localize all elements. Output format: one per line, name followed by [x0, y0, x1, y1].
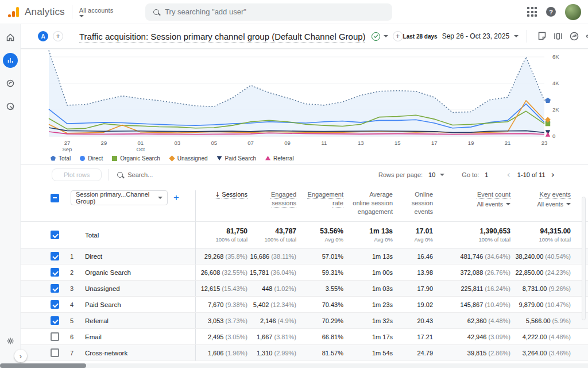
column-header-key-events[interactable]: Key eventsAll events: [516, 190, 577, 221]
channel-name: Referral: [85, 317, 195, 324]
sidebar-item-advertising[interactable]: [3, 99, 18, 114]
svg-text:05: 05: [211, 140, 217, 146]
horizontal-scrollbar-thumb[interactable]: [0, 363, 86, 368]
select-all-checkbox[interactable]: [51, 194, 59, 202]
column-header-engaged-sessions[interactable]: Engaged sessions: [253, 190, 302, 221]
svg-text:29: 29: [101, 140, 107, 146]
metric-cell: 1m 23s: [349, 301, 399, 308]
google-apps-icon[interactable]: [527, 7, 537, 17]
rows-per-page-value[interactable]: 10: [428, 171, 435, 178]
metric-cell: 26,608(32.55%): [196, 269, 253, 276]
triangle-up-marker-icon: [265, 156, 270, 161]
metric-cell: 9,879.00(10.47%): [516, 301, 577, 308]
channel-name: Email: [85, 334, 195, 340]
row-checkbox[interactable]: [51, 284, 59, 293]
report-saved-check-icon[interactable]: [372, 32, 380, 41]
total-metric-cell: 94,315.00100% of total: [516, 227, 577, 243]
account-switcher[interactable]: All accounts: [79, 7, 113, 17]
row-checkbox[interactable]: [51, 348, 59, 357]
sidebar-item-home[interactable]: [3, 30, 18, 45]
vertical-scrollbar[interactable]: [582, 197, 586, 320]
plot-rows-button[interactable]: Plot rows: [52, 168, 102, 181]
metric-cell: 3.55%: [302, 285, 349, 292]
metric-cell: 57.01%: [302, 253, 349, 260]
channel-name: Paid Search: [85, 301, 195, 308]
global-search-input[interactable]: Try searching "add user": [145, 3, 392, 21]
home-icon: [6, 33, 15, 42]
metric-filter-select[interactable]: All events: [537, 201, 571, 208]
chevron-down-icon[interactable]: [440, 174, 444, 176]
sidebar-item-explore[interactable]: [3, 76, 18, 91]
user-avatar[interactable]: [565, 4, 581, 20]
metric-cell: 8,731.00(9.26%): [516, 285, 577, 292]
row-checkbox[interactable]: [51, 332, 59, 341]
metric-cell: 1m 13s: [349, 253, 399, 260]
metric-cell: 17.90: [399, 285, 439, 292]
report-title[interactable]: Traffic acquisition: Session primary cha…: [79, 32, 366, 41]
legend-label: Direct: [88, 155, 103, 162]
table-row-direct: 1Direct29,268(35.8%)16,686(38.11%)57.01%…: [21, 248, 588, 264]
add-comparison-button[interactable]: +: [393, 31, 403, 41]
metric-cell: 38,240.00(40.54%): [516, 253, 577, 260]
metric-cell: 42,946(3.09%): [439, 334, 516, 340]
metric-cell: 13.98: [399, 269, 439, 276]
horizontal-scrollbar[interactable]: [0, 363, 588, 368]
next-page-icon[interactable]: ›: [550, 170, 556, 179]
row-checkbox[interactable]: [51, 316, 59, 325]
chevron-down-icon[interactable]: [514, 35, 519, 37]
channel-name: Unassigned: [85, 285, 195, 292]
metric-cell: 1,310(2.99%): [253, 350, 302, 356]
metric-cell: 1,606(1.96%): [196, 350, 253, 356]
total-metric-cell: 1,390,653100% of total: [439, 227, 516, 243]
channel-name: Organic Search: [85, 269, 195, 276]
metric-cell: 1m 32s: [349, 317, 399, 324]
comparison-icon[interactable]: [553, 31, 563, 41]
row-checkbox[interactable]: [51, 268, 59, 277]
report-tab-avatar[interactable]: A: [38, 31, 48, 41]
metric-cell: 16.46: [399, 253, 439, 260]
metric-cell: 62,360(4.48%): [439, 317, 516, 324]
legend-label: Total: [59, 155, 71, 162]
metric-cell: 1m 17s: [349, 334, 399, 340]
date-range-picker[interactable]: Sep 26 - Oct 23, 2025: [442, 32, 509, 40]
diamond-marker-icon: [169, 155, 175, 161]
divider: [72, 5, 72, 19]
help-icon[interactable]: ?: [546, 7, 556, 17]
column-header-engagement-rate[interactable]: Engagement rate: [302, 190, 349, 221]
metric-filter-select[interactable]: All events: [477, 201, 510, 208]
metric-cell: 24.79: [399, 350, 439, 356]
column-header-event-count[interactable]: Event countAll events: [439, 190, 516, 221]
sidebar-item-reports[interactable]: [3, 53, 18, 68]
share-icon[interactable]: [585, 31, 588, 41]
table-row-organic-search: 2Organic Search26,608(32.55%)15,781(36.0…: [21, 264, 588, 281]
divider: [109, 169, 109, 181]
svg-text:Oct: Oct: [136, 146, 145, 152]
metric-cell: 2,495(3.05%): [196, 334, 253, 340]
row-checkbox[interactable]: [51, 300, 59, 309]
sidebar-item-admin[interactable]: [3, 334, 18, 348]
pagination-range-label: 1-10 of 11: [517, 171, 546, 178]
expand-sidebar-button[interactable]: ›: [14, 350, 27, 362]
column-header-online-session-events[interactable]: Online session events: [399, 190, 439, 221]
insights-icon[interactable]: [569, 31, 579, 41]
metric-cell: 12,615(15.43%): [196, 285, 253, 292]
add-dimension-button[interactable]: +: [173, 192, 179, 204]
chevron-down-icon: [506, 203, 510, 205]
chevron-down-icon[interactable]: [384, 35, 388, 37]
total-row-checkbox[interactable]: [51, 231, 59, 239]
metric-cell: 448(1.02%): [253, 285, 302, 292]
advertising-icon: [6, 102, 15, 111]
previous-page-icon[interactable]: ‹: [505, 170, 511, 179]
gear-icon: [6, 336, 15, 346]
column-header-sessions[interactable]: ↓Sessions: [196, 190, 253, 221]
column-header-average-online-session-engagement[interactable]: Average online session engagement: [349, 190, 399, 221]
notes-icon[interactable]: [537, 31, 547, 41]
legend-item-direct: Direct: [80, 155, 103, 162]
add-report-tab-button[interactable]: +: [53, 31, 63, 41]
row-checkbox[interactable]: [51, 252, 59, 260]
table-search-input[interactable]: Search...: [117, 171, 153, 178]
dimension-selector[interactable]: Session primary...Channel Group): [71, 190, 168, 205]
table-row-cross-network: 7Cross-network1,606(1.96%)1,310(2.99%)81…: [21, 345, 588, 361]
goto-page-value[interactable]: 1: [485, 171, 488, 178]
metric-cell: 81.57%: [302, 350, 349, 356]
